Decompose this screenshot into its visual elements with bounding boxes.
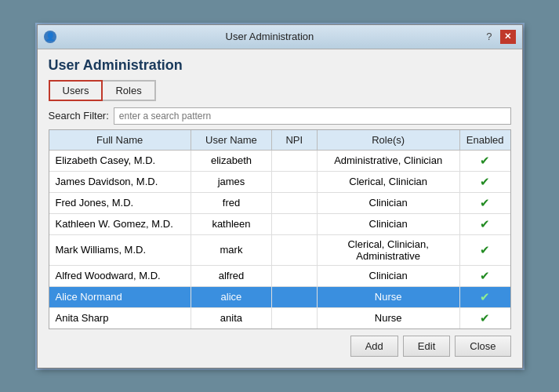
cell-npi <box>272 307 317 328</box>
cell-fullname: James Davidson, M.D. <box>49 171 191 192</box>
cell-roles: Nurse <box>317 286 459 307</box>
cell-enabled: ✔ <box>459 286 510 307</box>
tab-bar: Users Roles <box>49 80 511 101</box>
title-bar-left: 👤 <box>44 31 56 43</box>
cell-enabled: ✔ <box>459 213 510 234</box>
cell-username: anita <box>191 307 271 328</box>
cell-npi <box>272 150 317 171</box>
cell-fullname: Alice Normand <box>49 286 191 307</box>
search-bar: Search Filter: <box>49 107 511 125</box>
enabled-checkmark: ✔ <box>480 311 490 325</box>
cell-roles: Clerical, Clinician <box>317 171 459 192</box>
cell-roles: Clinician <box>317 192 459 213</box>
content-area: User Administration Users Roles Search F… <box>38 49 522 368</box>
cell-roles: Nurse <box>317 307 459 328</box>
cell-username: elizabeth <box>191 150 271 171</box>
title-bar-controls: ? ✕ <box>483 30 515 44</box>
table-row[interactable]: Mark Williams, M.D. mark Clerical, Clini… <box>49 234 510 265</box>
search-input[interactable] <box>114 107 511 125</box>
cell-npi <box>272 286 317 307</box>
app-icon: 👤 <box>44 31 56 43</box>
cell-username: fred <box>191 192 271 213</box>
cell-enabled: ✔ <box>459 307 510 328</box>
col-header-roles: Role(s) <box>317 130 459 151</box>
cell-fullname: Anita Sharp <box>49 307 191 328</box>
cell-enabled: ✔ <box>459 265 510 286</box>
cell-fullname: Elizabeth Casey, M.D. <box>49 150 191 171</box>
table-row[interactable]: Elizabeth Casey, M.D. elizabeth Administ… <box>49 150 510 171</box>
table-row[interactable]: Fred Jones, M.D. fred Clinician ✔ <box>49 192 510 213</box>
cell-username: alfred <box>191 265 271 286</box>
tab-users[interactable]: Users <box>49 80 103 101</box>
col-header-npi: NPI <box>272 130 317 151</box>
cell-fullname: Alfred Woodward, M.D. <box>49 265 191 286</box>
window: 👤 User Administration ? ✕ User Administr… <box>37 24 523 368</box>
users-table-wrapper: Full Name User Name NPI Role(s) Enabled … <box>49 129 511 329</box>
table-row[interactable]: Alfred Woodward, M.D. alfred Clinician ✔ <box>49 265 510 286</box>
col-header-enabled: Enabled <box>459 130 510 151</box>
cell-enabled: ✔ <box>459 192 510 213</box>
col-header-fullname: Full Name <box>49 130 191 151</box>
enabled-checkmark: ✔ <box>480 154 490 167</box>
main-window: 👤 User Administration ? ✕ User Administr… <box>35 23 525 370</box>
title-bar: 👤 User Administration ? ✕ <box>38 25 522 49</box>
cell-enabled: ✔ <box>459 150 510 171</box>
table-body: Elizabeth Casey, M.D. elizabeth Administ… <box>49 150 510 328</box>
table-row[interactable]: James Davidson, M.D. james Clerical, Cli… <box>49 171 510 192</box>
search-label: Search Filter: <box>49 110 109 122</box>
enabled-checkmark: ✔ <box>480 243 490 256</box>
cell-username: mark <box>191 234 271 265</box>
cell-fullname: Fred Jones, M.D. <box>49 192 191 213</box>
cell-roles: Clinician <box>317 213 459 234</box>
enabled-checkmark: ✔ <box>480 290 490 303</box>
enabled-checkmark: ✔ <box>480 217 490 230</box>
help-button[interactable]: ? <box>483 31 495 42</box>
table-row[interactable]: Anita Sharp anita Nurse ✔ <box>49 307 510 328</box>
footer-buttons: Add Edit Close <box>49 329 511 360</box>
table-row[interactable]: Kathleen W. Gomez, M.D. kathleen Clinici… <box>49 213 510 234</box>
table-row[interactable]: Alice Normand alice Nurse ✔ <box>49 286 510 307</box>
cell-roles: Administrative, Clinician <box>317 150 459 171</box>
cell-npi <box>272 234 317 265</box>
col-header-username: User Name <box>191 130 271 151</box>
enabled-checkmark: ✔ <box>480 269 490 282</box>
page-title: User Administration <box>49 57 511 74</box>
cell-fullname: Kathleen W. Gomez, M.D. <box>49 213 191 234</box>
cell-enabled: ✔ <box>459 171 510 192</box>
enabled-checkmark: ✔ <box>480 175 490 188</box>
tab-roles[interactable]: Roles <box>103 80 155 101</box>
add-button[interactable]: Add <box>350 336 398 357</box>
enabled-checkmark: ✔ <box>480 196 490 209</box>
cell-username: kathleen <box>191 213 271 234</box>
cell-npi <box>272 265 317 286</box>
cell-npi <box>272 192 317 213</box>
window-title: User Administration <box>56 31 484 42</box>
cell-enabled: ✔ <box>459 234 510 265</box>
cell-username: alice <box>191 286 271 307</box>
cell-fullname: Mark Williams, M.D. <box>49 234 191 265</box>
cell-roles: Clinician <box>317 265 459 286</box>
cell-npi <box>272 213 317 234</box>
cell-npi <box>272 171 317 192</box>
users-table: Full Name User Name NPI Role(s) Enabled … <box>49 130 510 328</box>
cell-username: james <box>191 171 271 192</box>
close-window-button[interactable]: ✕ <box>500 30 516 44</box>
edit-button[interactable]: Edit <box>403 336 450 357</box>
table-header-row: Full Name User Name NPI Role(s) Enabled <box>49 130 510 151</box>
cell-roles: Clerical, Clinician, Administrative <box>317 234 459 265</box>
close-button[interactable]: Close <box>455 336 510 357</box>
